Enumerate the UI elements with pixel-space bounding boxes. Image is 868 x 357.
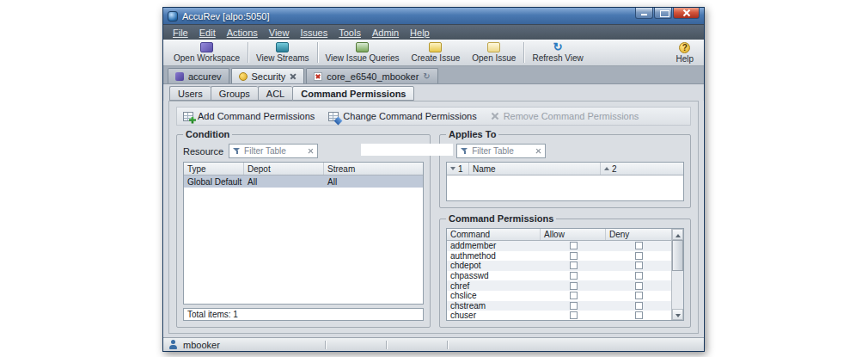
view-issue-queries-icon	[356, 42, 369, 52]
condition-table-header: Type Depot Stream	[184, 163, 423, 175]
accurev-tab-icon	[175, 72, 184, 81]
command-permissions-grid: Command Allow Deny addmember authmethod	[447, 229, 671, 320]
vertical-scrollbar[interactable]	[671, 229, 683, 320]
column-header-command[interactable]: Command	[447, 229, 541, 240]
allow-checkbox[interactable]	[570, 252, 578, 260]
menu-actions[interactable]: Actions	[222, 28, 263, 38]
allow-checkbox[interactable]	[570, 311, 578, 319]
deny-checkbox[interactable]	[635, 292, 643, 299]
column-header-2[interactable]: 2	[601, 163, 683, 175]
applies-to-table-header: 1 Name 2	[447, 163, 683, 175]
alert-tab-icon	[314, 72, 322, 81]
menu-edit[interactable]: Edit	[194, 28, 221, 38]
deny-checkbox[interactable]	[635, 252, 643, 260]
column-header-type[interactable]: Type	[184, 163, 244, 175]
column-header-stream[interactable]: Stream	[324, 163, 423, 175]
view-issue-queries-label: View Issue Queries	[326, 53, 400, 63]
deny-checkbox[interactable]	[635, 262, 643, 269]
help-icon: ?	[679, 42, 690, 53]
column-header-deny[interactable]: Deny	[606, 229, 671, 240]
logged-in-user: mbooker	[183, 340, 220, 350]
create-issue-icon	[429, 42, 442, 52]
create-issue-label: Create Issue	[412, 53, 461, 63]
condition-table-row[interactable]: Global Default All All	[184, 175, 423, 188]
applies-to-table-empty-area	[447, 175, 683, 200]
titlebar[interactable]: AccuRev [alpo:5050]	[163, 8, 704, 24]
permissions-action-bar: Add Command Permissions Change Command P…	[176, 107, 691, 126]
deny-checkbox[interactable]	[635, 272, 643, 280]
command-name: chstream	[447, 301, 541, 311]
applies-to-filter-input[interactable]: Filter Table	[456, 144, 546, 158]
subtab-users[interactable]: Users	[169, 86, 211, 101]
minimize-button[interactable]	[635, 8, 653, 19]
scrollbar-thumb[interactable]	[672, 240, 683, 271]
command-row-chuser[interactable]: chuser	[447, 311, 671, 321]
tab-close-icon[interactable]	[290, 73, 296, 80]
command-name: addmember	[447, 241, 541, 250]
menu-file[interactable]: File	[168, 28, 193, 38]
allow-checkbox[interactable]	[570, 242, 578, 249]
deny-checkbox[interactable]	[635, 311, 643, 319]
cell-stream: All	[324, 177, 423, 187]
view-streams-icon	[276, 42, 289, 52]
view-streams-button[interactable]: View Streams	[250, 40, 315, 65]
remove-command-permissions-icon	[491, 112, 499, 120]
clear-filter-icon[interactable]	[535, 148, 541, 154]
change-command-permissions-label: Change Command Permissions	[343, 111, 476, 121]
command-row-chdepot[interactable]: chdepot	[447, 261, 671, 271]
command-permissions-header: Command Allow Deny	[447, 229, 671, 241]
scroll-up-icon[interactable]	[672, 229, 683, 240]
add-command-permissions-label: Add Command Permissions	[198, 111, 315, 121]
menu-help[interactable]: Help	[405, 28, 435, 38]
command-row-chstream[interactable]: chstream	[447, 301, 671, 311]
tab-core-e6540-mbooker[interactable]: core_e6540_mbooker ↻	[306, 68, 437, 83]
allow-checkbox[interactable]	[570, 302, 578, 310]
status-separator	[386, 341, 387, 349]
view-issue-queries-button[interactable]: View Issue Queries	[320, 40, 406, 65]
app-logo-icon	[168, 11, 178, 22]
scroll-down-icon[interactable]	[672, 309, 683, 320]
column-header-1[interactable]: 1	[447, 163, 469, 175]
command-row-chref[interactable]: chref	[447, 280, 671, 291]
open-issue-button[interactable]: Open Issue	[466, 40, 522, 65]
deny-checkbox[interactable]	[635, 302, 643, 310]
menu-tools[interactable]: Tools	[333, 28, 366, 38]
command-row-addmember[interactable]: addmember	[447, 241, 671, 251]
command-row-chslice[interactable]: chslice	[447, 291, 671, 301]
allow-checkbox[interactable]	[570, 292, 578, 299]
subtab-groups[interactable]: Groups	[211, 86, 258, 101]
menu-view[interactable]: View	[264, 28, 295, 38]
clear-filter-icon[interactable]	[308, 148, 314, 154]
condition-filter-input[interactable]: Filter Table	[229, 144, 318, 158]
add-command-permissions-button[interactable]: Add Command Permissions	[183, 111, 315, 121]
close-button[interactable]	[673, 8, 700, 19]
change-command-permissions-button[interactable]: Change Command Permissions	[328, 111, 476, 121]
column-header-depot[interactable]: Depot	[244, 163, 324, 175]
tab-accurev[interactable]: accurev	[168, 68, 229, 83]
open-workspace-button[interactable]: Open Workspace	[168, 40, 246, 65]
help-button[interactable]: ? Help	[669, 40, 700, 65]
subtab-command-permissions[interactable]: Command Permissions	[292, 86, 414, 101]
menu-issues[interactable]: Issues	[295, 28, 333, 38]
scrollbar-track[interactable]	[672, 271, 683, 309]
command-permissions-panel: Add Command Permissions Change Command P…	[168, 101, 699, 334]
subtab-acl[interactable]: ACL	[258, 86, 292, 101]
command-row-chpasswd[interactable]: chpasswd	[447, 271, 671, 281]
allow-checkbox[interactable]	[570, 282, 578, 290]
allow-checkbox[interactable]	[570, 272, 578, 280]
applies-to-filter-row: e Filter Table	[446, 144, 684, 158]
deny-checkbox[interactable]	[635, 282, 643, 290]
tab-security[interactable]: Security	[231, 68, 305, 83]
column-header-allow[interactable]: Allow	[541, 229, 606, 240]
remove-command-permissions-button[interactable]: Remove Command Permissions	[491, 111, 639, 121]
allow-checkbox[interactable]	[570, 262, 578, 269]
toolbar-separator	[248, 42, 248, 63]
command-row-authmethod[interactable]: authmethod	[447, 251, 671, 262]
deny-checkbox[interactable]	[635, 242, 643, 249]
refresh-view-button[interactable]: ↻ Refresh View	[526, 40, 589, 65]
create-issue-button[interactable]: Create Issue	[406, 40, 467, 65]
column-header-name[interactable]: Name	[469, 163, 601, 175]
menu-admin[interactable]: Admin	[367, 28, 404, 38]
change-command-permissions-icon	[328, 112, 339, 121]
maximize-button[interactable]	[654, 8, 672, 19]
